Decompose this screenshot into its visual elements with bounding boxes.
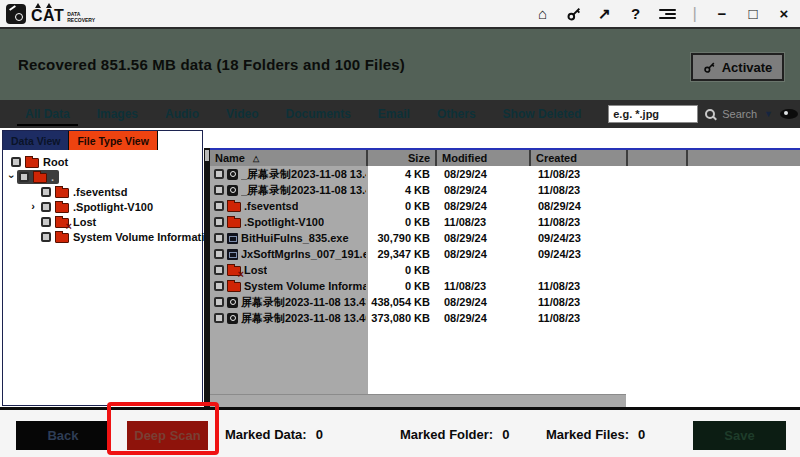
tab-all-data[interactable]: All Data (25, 100, 70, 128)
folder-tree: Root›..fseventsd›.Spotlight-V100LostSyst… (3, 150, 202, 244)
checkbox[interactable] (41, 232, 51, 242)
tab-show-deleted[interactable]: Show Deleted (503, 100, 582, 128)
tree-item-system-volume-information[interactable]: System Volume Information (3, 229, 202, 244)
checkbox[interactable] (214, 201, 224, 211)
checkbox[interactable] (214, 313, 224, 323)
tab-audio[interactable]: Audio (165, 100, 199, 128)
table-row[interactable]: _屏幕录制2023-11-08 13.4...4 KB08/29/2411/08… (210, 166, 800, 182)
chevron-down-icon[interactable]: ▼ (764, 109, 773, 119)
checkbox[interactable] (214, 185, 224, 195)
brand-sub-recovery: RECOVERY (67, 17, 95, 23)
file-size-cell: 438,054 KB (368, 296, 437, 308)
checkbox[interactable] (11, 157, 21, 167)
table-row[interactable]: 屏幕录制2023-11-08 13.43...438,054 KB08/29/2… (210, 294, 800, 310)
column-header-size[interactable]: Size (368, 150, 437, 166)
file-name-cell: _屏幕录制2023-11-08 13.4... (210, 182, 368, 198)
search-icon[interactable] (705, 109, 715, 119)
search-input[interactable] (608, 105, 698, 123)
checkbox[interactable] (19, 172, 29, 182)
file-size-cell: 0 KB (368, 264, 437, 276)
table-row[interactable]: System Volume Information0 KB11/08/2311/… (210, 278, 800, 294)
name-header-label: Name (215, 152, 245, 164)
tree-item-spotlight-v100[interactable]: ›.Spotlight-V100 (3, 199, 202, 214)
checkbox[interactable] (41, 187, 51, 197)
save-button[interactable]: Save (693, 421, 786, 450)
file-modified-cell: 08/29/24 (437, 248, 531, 260)
column-header-empty (688, 150, 800, 166)
file-modified-cell: 11/08/23 (437, 280, 531, 292)
menu-icon[interactable] (659, 9, 676, 19)
checkbox[interactable] (214, 249, 224, 259)
column-header-name[interactable]: Name △ (210, 150, 368, 166)
search-label[interactable]: Search (722, 108, 757, 120)
checkbox[interactable] (214, 233, 224, 243)
table-row[interactable]: .Spotlight-V1000 KB11/08/2311/08/23 (210, 214, 800, 230)
chevron-right-icon[interactable]: › (27, 201, 39, 212)
table-row[interactable]: _屏幕录制2023-11-08 13.4...4 KB08/29/2411/08… (210, 182, 800, 198)
file-name: 屏幕录制2023-11-08 13.43... (241, 295, 366, 310)
deep-scan-button[interactable]: Deep Scan (127, 421, 208, 450)
checkbox[interactable] (214, 169, 224, 179)
filter-tabbar: All DataImagesAudioVideoDocumentsEmailOt… (0, 100, 800, 128)
file-size-cell: 373,080 KB (368, 312, 437, 324)
checkbox[interactable] (214, 265, 224, 275)
minimize-button[interactable]: − (714, 6, 730, 21)
horizontal-scrollbar[interactable] (210, 394, 626, 407)
file-size-cell: 0 KB (368, 280, 437, 292)
recovered-data-summary: Recovered 851.56 MB data (18 Folders and… (18, 56, 405, 73)
media-file-icon (227, 297, 238, 308)
tab-file-type-view[interactable]: File Type View (69, 131, 157, 150)
checkbox[interactable] (214, 297, 224, 307)
view-tabs: Data View File Type View (3, 131, 202, 150)
tab-images[interactable]: Images (97, 100, 138, 128)
tree-item-label: Root (43, 156, 68, 168)
folder-icon (227, 218, 241, 228)
column-header-created[interactable]: Created (531, 150, 628, 166)
brand-subtitle: DATA RECOVERY (67, 11, 95, 24)
activate-button[interactable]: Activate (691, 53, 784, 81)
tree-item-label: .Spotlight-V100 (73, 201, 153, 213)
tab-email[interactable]: Email (378, 100, 410, 128)
file-name: .Spotlight-V100 (244, 216, 324, 228)
tree-item-item[interactable]: ›. (3, 169, 202, 184)
chevron-down-icon[interactable]: › (6, 171, 17, 183)
tab-video[interactable]: Video (226, 100, 258, 128)
lost-folder-icon (227, 266, 241, 276)
home-icon[interactable]: ⌂ (535, 6, 551, 21)
checkbox[interactable] (41, 217, 51, 227)
marked-files-counter: Marked Files: 0 (546, 427, 645, 442)
tree-item-lost[interactable]: Lost (3, 214, 202, 229)
close-button[interactable]: × (776, 6, 792, 21)
help-icon[interactable]: ? (628, 6, 644, 21)
activate-label: Activate (722, 60, 773, 75)
checkbox[interactable] (214, 281, 224, 291)
file-name-cell: BitHuiFuIns_835.exe (210, 230, 368, 246)
filter-tabs: All DataImagesAudioVideoDocumentsEmailOt… (25, 100, 608, 128)
brand-name: CAT (31, 8, 64, 24)
table-row[interactable]: BitHuiFuIns_835.exe30,790 KB08/29/2409/2… (210, 230, 800, 246)
tab-data-view[interactable]: Data View (3, 131, 69, 150)
back-button[interactable]: Back (16, 421, 110, 450)
table-row[interactable]: JxSoftMgrIns_007_191.exe29,347 KB08/29/2… (210, 246, 800, 262)
tab-others[interactable]: Others (437, 100, 476, 128)
tab-documents[interactable]: Documents (286, 100, 351, 128)
tree-item-root[interactable]: Root (3, 154, 202, 169)
folder-icon (55, 203, 69, 213)
preview-eye-icon[interactable] (780, 109, 798, 119)
table-row[interactable]: .fseventsd0 KB08/29/2408/29/24 (210, 198, 800, 214)
file-modified-cell: 11/08/23 (437, 216, 531, 228)
file-name: _屏幕录制2023-11-08 13.4... (241, 167, 366, 182)
file-size-cell: 4 KB (368, 168, 437, 180)
file-size-cell: 4 KB (368, 184, 437, 196)
maximize-button[interactable]: □ (745, 6, 761, 21)
checkbox[interactable] (41, 202, 51, 212)
checkbox[interactable] (214, 217, 224, 227)
share-icon[interactable]: ↗ (597, 6, 613, 21)
file-name-cell: _屏幕录制2023-11-08 13.4... (210, 166, 368, 182)
tree-item-fseventsd[interactable]: .fseventsd (3, 184, 202, 199)
media-file-icon (227, 185, 238, 196)
table-row[interactable]: Lost0 KB (210, 262, 800, 278)
column-header-modified[interactable]: Modified (437, 150, 531, 166)
table-row[interactable]: 屏幕录制2023-11-08 13.46...373,080 KB08/29/2… (210, 310, 800, 326)
key-icon[interactable] (566, 6, 582, 22)
